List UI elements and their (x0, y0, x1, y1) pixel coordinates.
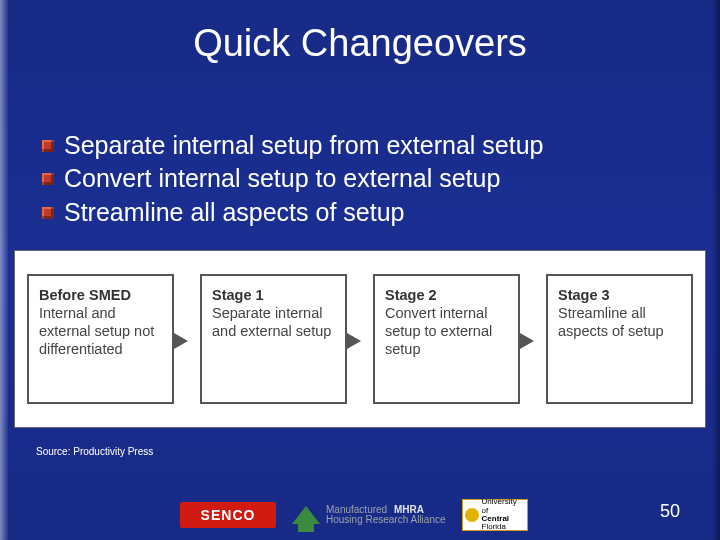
bullet-item: Separate internal setup from external se… (42, 130, 690, 161)
stage-body: Separate internal and external setup (212, 305, 331, 339)
stage-box-3: Stage 3 Streamline all aspects of setup (546, 274, 693, 404)
logo-mhra-line2: Housing Research Alliance (326, 514, 446, 525)
bullet-text: Streamline all aspects of setup (64, 197, 404, 228)
bullet-item: Streamline all aspects of setup (42, 197, 690, 228)
stage-body: Convert internal setup to external setup (385, 305, 492, 357)
logo-ucf: University of Central Florida (462, 499, 528, 531)
logo-mhra-abbrev: MHRA (394, 504, 424, 515)
bullet-icon (42, 140, 54, 152)
stage-box-2: Stage 2 Convert internal setup to extern… (373, 274, 520, 404)
smed-diagram: Before SMED Internal and external setup … (14, 250, 706, 428)
stage-body: Streamline all aspects of setup (558, 305, 664, 339)
page-number: 50 (660, 501, 680, 522)
bullet-icon (42, 173, 54, 185)
stage-heading: Stage 3 (558, 287, 610, 303)
logo-ucf-line3: Florida (482, 522, 506, 531)
bullet-icon (42, 207, 54, 219)
house-icon (292, 506, 320, 524)
stage-box-1: Stage 1 Separate internal and external s… (200, 274, 347, 404)
source-citation: Source: Productivity Press (36, 446, 153, 457)
bullet-list: Separate internal setup from external se… (42, 130, 690, 230)
slide: Quick Changeovers Separate internal setu… (0, 0, 720, 540)
stage-body: Internal and external setup not differen… (39, 305, 154, 357)
footer-logos: SENCO Manufactured MHRA Housing Research… (0, 490, 720, 540)
stage-heading: Before SMED (39, 287, 131, 303)
bullet-item: Convert internal setup to external setup (42, 163, 690, 194)
bullet-text: Convert internal setup to external setup (64, 163, 500, 194)
stage-heading: Stage 1 (212, 287, 264, 303)
bullet-text: Separate internal setup from external se… (64, 130, 543, 161)
stage-heading: Stage 2 (385, 287, 437, 303)
logo-mhra-text: Manufactured MHRA Housing Research Allia… (326, 505, 446, 526)
slide-title: Quick Changeovers (0, 22, 720, 65)
logo-ucf-text: University of Central Florida (482, 498, 525, 532)
logo-senco-text: SENCO (180, 502, 276, 528)
logo-ucf-line1: University of (482, 497, 517, 514)
logo-senco: SENCO (180, 499, 276, 531)
logo-mhra-line1: Manufactured (326, 504, 387, 515)
pegasus-icon (465, 508, 479, 522)
stage-box-before: Before SMED Internal and external setup … (27, 274, 174, 404)
logo-mhra: Manufactured MHRA Housing Research Allia… (292, 499, 446, 531)
